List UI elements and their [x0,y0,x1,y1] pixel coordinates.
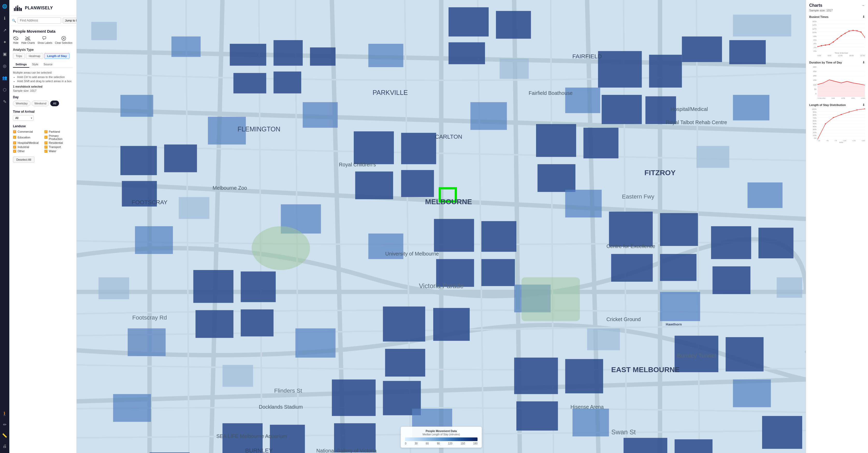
landuse-checkbox-education[interactable] [13,136,16,139]
chart-busiest-times-xlabel: Time of Arrival [817,52,865,54]
svg-rect-104 [675,439,712,453]
jump-to-region-button[interactable]: Jump to Region ▾ [63,18,76,24]
landuse-item-other[interactable]: Other [13,149,42,153]
legend-labels: 0 30 60 90 120 150 180 [405,442,477,445]
svg-rect-135 [499,58,529,79]
landuse-label-industrial: Industrial [18,145,29,148]
chart-busiest-times-download-icon[interactable]: ⬇ [862,15,865,19]
svg-text:Royal Children's: Royal Children's [339,162,376,167]
svg-rect-136 [696,146,730,168]
ruler-icon[interactable]: 📏 [1,432,8,439]
landuse-grid: Commercial Parkland Education Primary Pr… [13,130,73,153]
landuse-item-primary-production[interactable]: Primary Production [44,134,73,140]
walk-icon[interactable]: 🚶 [1,410,8,417]
meshblock-count: 1 meshblock selected [13,85,42,88]
svg-rect-80 [241,272,276,302]
layers-icon[interactable]: ▣ [1,50,8,58]
landuse-item-hospital[interactable]: Hospital/Medical [13,141,42,145]
meshblock-info: 1 meshblock selected [13,85,73,88]
search-input[interactable] [18,17,61,24]
time-of-arrival-select-wrapper: All Morning Afternoon Evening Night [13,115,73,121]
day-tab-all[interactable]: All [50,101,59,106]
svg-rect-78 [660,254,696,281]
landuse-item-residential[interactable]: Residential [44,141,73,145]
landuse-checkbox-residential[interactable] [44,141,48,145]
tools-icon[interactable]: ✎ [1,98,8,105]
pencil-icon[interactable]: ✏ [1,421,8,428]
share-icon[interactable]: ↗ [1,26,8,34]
print-icon[interactable]: 🖨 [1,443,8,450]
landuse-item-transport[interactable]: Transport [44,145,73,149]
landuse-checkbox-industrial[interactable] [13,145,16,149]
selection-bullet-1: Hold Ctrl to add areas to the selection [17,75,73,79]
legend-label-150: 150 [461,442,465,445]
svg-point-204 [856,30,857,31]
chart-los-download-icon[interactable]: ⬇ [862,103,865,107]
tab-length-of-stay[interactable]: Length of Stay [44,53,70,59]
hide-charts-button[interactable]: Hide Charts [21,36,35,44]
landuse-checkbox-transport[interactable] [44,145,48,149]
show-labels-label: Show Labels [37,41,52,44]
info-icon[interactable]: ℹ [1,15,8,22]
svg-rect-47 [230,44,266,65]
chart-los-header: Length of Stay Distribution ⬇ [809,103,865,107]
chart-duration-tod-xlabels: 12AM-3AM6AM12PM6PM12AM [817,97,865,99]
svg-rect-55 [598,51,642,88]
landuse-item-education[interactable]: Education [13,134,42,140]
subtab-style[interactable]: Style [29,61,41,68]
toolbar: Hide Hide Charts Show Labels [13,36,73,44]
svg-text:Footscray Rd: Footscray Rd [132,314,167,321]
chart-los-label: Length of Stay Distribution [809,104,846,107]
hide-button[interactable]: Hide [13,36,19,44]
svg-rect-82 [241,309,274,336]
svg-rect-49 [310,48,336,65]
network-icon[interactable]: ⬡ [1,86,8,93]
landuse-checkbox-hospital[interactable] [13,141,16,145]
clear-selection-button[interactable]: Clear Selection [55,36,72,44]
svg-text:FAIRFIELD: FAIRFIELD [572,53,602,60]
landuse-checkbox-water[interactable] [44,149,48,153]
legend-label-0: 0 [405,442,407,445]
globe-icon[interactable]: 🌐 [1,3,8,10]
layers-plus-icon[interactable]: ✦ [1,38,8,46]
time-of-arrival-select[interactable]: All Morning Afternoon Evening Night [13,115,34,121]
people-icon[interactable]: 👥 [1,74,8,81]
location-icon[interactable]: ◎ [1,62,8,69]
landuse-item-commercial[interactable]: Commercial [13,130,42,134]
landuse-item-industrial[interactable]: Industrial [13,145,42,149]
landuse-item-water[interactable]: Water [44,149,73,153]
app-title: PLANWISELY [25,6,53,10]
landuse-checkbox-parkland[interactable] [44,130,48,134]
landuse-checkbox-primary-production[interactable] [44,136,48,139]
subtab-settings[interactable]: Settings [13,61,29,68]
show-labels-button[interactable]: Show Labels [37,36,52,44]
svg-point-232 [864,108,865,109]
tab-trips[interactable]: Trips [13,53,25,59]
day-tab-weekday[interactable]: Weekday [13,101,31,106]
map-area[interactable]: Victoria Parade Eastern Fwy Burnley Tunn… [76,0,806,453]
landuse-label-parkland: Parkland [49,130,60,133]
svg-text:CARLTON: CARLTON [435,134,462,140]
svg-point-199 [837,38,838,40]
svg-rect-94 [516,401,558,431]
landuse-label-residential: Residential [49,141,63,144]
svg-text:EAST MELBOURNE: EAST MELBOURNE [611,366,680,374]
svg-rect-113 [733,95,769,120]
svg-rect-111 [470,102,507,130]
deselect-all-button[interactable]: Deselect All [13,157,34,163]
day-tab-weekend[interactable]: Weekend [32,101,49,106]
subtab-source[interactable]: Source [41,61,55,68]
legend-label-90: 90 [437,442,440,445]
chart-duration-tod-download-icon[interactable]: ⬇ [862,61,865,64]
landuse-label-education: Education [18,136,30,139]
svg-point-229 [841,114,842,115]
tab-heatmap[interactable]: Heatmap [26,53,43,59]
svg-point-226 [817,139,818,139]
svg-rect-75 [609,212,653,247]
analysis-type-label: Analysis Type [13,48,73,52]
landuse-checkbox-commercial[interactable] [13,130,16,134]
landuse-checkbox-other[interactable] [13,149,16,153]
landuse-item-parkland[interactable]: Parkland [44,130,73,134]
svg-rect-117 [565,190,602,218]
charts-expand-icon[interactable]: → [861,3,865,7]
